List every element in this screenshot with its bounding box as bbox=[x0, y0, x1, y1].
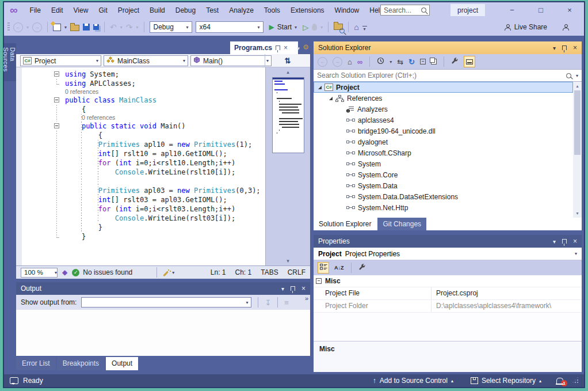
solution-home-icon[interactable]: ⌂ bbox=[354, 22, 358, 32]
hot-reload-icon[interactable] bbox=[312, 24, 317, 31]
menu-debug[interactable]: Debug bbox=[170, 2, 201, 18]
save-all-icon[interactable] bbox=[93, 24, 99, 30]
feedback-icon[interactable] bbox=[10, 377, 18, 384]
menu-tools[interactable]: Tools bbox=[259, 2, 285, 18]
tree-item-system[interactable]: System bbox=[314, 158, 573, 169]
code-line[interactable]: Console.WriteLine(rslt03[i]); bbox=[16, 214, 265, 223]
chevron-down-icon[interactable]: ▾ bbox=[172, 270, 174, 275]
split-editor-button[interactable]: ⇅ bbox=[265, 54, 310, 67]
menu-edit[interactable]: Edit bbox=[46, 2, 68, 18]
code-line[interactable]: for (int i=0;i<rslt10.Length;i++) bbox=[16, 158, 265, 168]
pending-changes-filter-icon[interactable] bbox=[377, 56, 384, 67]
navigate-back-button[interactable]: ← bbox=[13, 22, 23, 32]
scroll-down-icon[interactable]: ▾ bbox=[573, 211, 582, 216]
tree-item-system-core[interactable]: System.Core bbox=[314, 169, 573, 180]
live-share-button[interactable]: Live Share bbox=[505, 23, 547, 31]
outline-margin[interactable] bbox=[53, 122, 61, 131]
expander-icon[interactable] bbox=[318, 86, 322, 89]
menu-window[interactable]: Window bbox=[330, 2, 365, 18]
tree-item-aplclasses4[interactable]: aplclasses4 bbox=[314, 115, 573, 126]
intellicode-icon[interactable]: ◆ bbox=[62, 268, 67, 276]
property-pages-wrench-icon[interactable] bbox=[358, 263, 366, 273]
properties-wrench-icon[interactable] bbox=[451, 56, 459, 67]
window-position-icon[interactable]: ▾ bbox=[553, 238, 556, 245]
menu-git[interactable]: Git bbox=[93, 2, 112, 18]
column-indicator[interactable]: Ch: 1 bbox=[235, 268, 252, 276]
property-row-project-file[interactable]: Project FileProject.csproj bbox=[314, 287, 582, 299]
menu-test[interactable]: Test bbox=[201, 2, 224, 18]
tab-breakpoints[interactable]: Breakpoints bbox=[57, 357, 105, 370]
redo-dropdown-icon[interactable]: ▾ bbox=[136, 25, 139, 30]
categorized-view-button[interactable] bbox=[318, 262, 329, 274]
project-dropdown[interactable]: C# Project ▾ bbox=[20, 55, 101, 66]
menu-extensions[interactable]: Extensions bbox=[285, 2, 330, 18]
sign-in-user-icon[interactable] bbox=[562, 24, 569, 31]
menu-view[interactable]: View bbox=[68, 2, 94, 18]
tab-git-changes[interactable]: Git Changes bbox=[377, 218, 426, 230]
code-line[interactable]: Primitives apl10 = new Primitives(1); bbox=[16, 140, 265, 149]
undo-icon[interactable]: ↶ bbox=[110, 23, 117, 31]
toolbar-grip[interactable] bbox=[7, 22, 10, 32]
tree-item-microsoft-csharp[interactable]: Microsoft.CSharp bbox=[314, 147, 573, 158]
outline-margin[interactable] bbox=[53, 70, 61, 79]
minimize-button[interactable]: − bbox=[503, 2, 521, 18]
auto-hide-pin-icon[interactable] bbox=[291, 286, 295, 291]
refresh-icon[interactable]: ↻ bbox=[408, 58, 415, 66]
tree-item-references[interactable]: References bbox=[314, 93, 573, 104]
editor-settings-gear-icon[interactable]: ⚙ bbox=[303, 43, 309, 51]
close-button[interactable]: × bbox=[561, 2, 578, 18]
code-line[interactable] bbox=[16, 177, 265, 186]
start-debugging-button[interactable]: ▶ Start ▾ bbox=[267, 23, 300, 31]
chevron-down-icon[interactable]: ▾ bbox=[390, 59, 392, 64]
code-line[interactable]: } bbox=[16, 223, 265, 232]
solution-explorer-search-box[interactable]: Search Solution Explorer (Ctrl+;) ▾ bbox=[314, 69, 582, 82]
code-line[interactable]: using System; bbox=[16, 70, 265, 79]
properties-object-dropdown[interactable]: Project Project Properties ▾ bbox=[314, 248, 582, 260]
tab-list-dropdown-icon[interactable]: ▾ bbox=[297, 45, 300, 51]
select-repository-button[interactable]: Select Repository ▴ bbox=[471, 377, 541, 385]
preview-selected-items-button[interactable] bbox=[464, 56, 475, 67]
tree-item-dyalognet[interactable]: dyalognet bbox=[314, 136, 573, 147]
document-tab-program-cs[interactable]: Program.cs × bbox=[230, 41, 298, 54]
expander-icon[interactable] bbox=[329, 97, 333, 100]
output-source-dropdown[interactable]: ▾ bbox=[81, 297, 251, 308]
property-category-row[interactable]: Misc bbox=[314, 275, 582, 287]
sidebar-tab-data-sources[interactable]: Data Sources bbox=[4, 43, 16, 81]
menu-project[interactable]: Project bbox=[113, 2, 144, 18]
scroll-up-icon[interactable]: ▴ bbox=[573, 83, 582, 89]
save-icon[interactable] bbox=[83, 24, 90, 31]
minimap[interactable] bbox=[272, 77, 304, 153]
close-panel-icon[interactable]: × bbox=[573, 44, 577, 52]
resize-grip[interactable] bbox=[572, 378, 578, 384]
find-in-files-icon[interactable] bbox=[334, 22, 343, 32]
new-project-icon[interactable] bbox=[53, 24, 61, 31]
tree-item-project[interactable]: C#Project bbox=[314, 82, 573, 93]
solution-configuration-dropdown[interactable]: Debug ▾ bbox=[150, 21, 192, 33]
chevron-down-icon[interactable]: ▾ bbox=[576, 73, 578, 78]
issues-status-label[interactable]: No issues found bbox=[83, 268, 132, 276]
tree-item-system-net-http[interactable]: System.Net.Http bbox=[314, 202, 573, 213]
notifications-bell-icon[interactable]: 1 bbox=[556, 378, 563, 384]
navigate-back-dropdown-icon[interactable]: ▾ bbox=[26, 25, 29, 30]
close-panel-icon[interactable]: × bbox=[573, 237, 577, 245]
auto-hide-pin-icon[interactable] bbox=[562, 45, 567, 50]
codelens-label[interactable]: 0 references bbox=[82, 114, 115, 122]
code-line[interactable]: { bbox=[16, 131, 265, 140]
tab-error-list[interactable]: Error List bbox=[16, 357, 56, 370]
window-position-icon[interactable]: ▾ bbox=[553, 45, 556, 51]
tree-item-system-data-datasetextensions[interactable]: System.Data.DataSetExtensions bbox=[314, 191, 573, 202]
code-line[interactable]: Primitives apl03 = new Primitives(0,3); bbox=[16, 186, 265, 195]
class-dropdown[interactable]: MainClass ▾ bbox=[104, 55, 188, 66]
scrollbar-thumb[interactable] bbox=[574, 90, 581, 155]
tabs-indicator[interactable]: TABS bbox=[261, 268, 278, 276]
output-title-bar[interactable]: Output ▾ × bbox=[16, 282, 310, 295]
code-cleanup-icon[interactable] bbox=[162, 269, 170, 276]
auto-hide-pin-icon[interactable] bbox=[562, 239, 567, 244]
code-line[interactable]: Console.WriteLine(rslt10[i]); bbox=[16, 168, 265, 177]
toolbar-overflow-icon[interactable]: » bbox=[305, 295, 308, 302]
hot-reload-dropdown-icon[interactable]: ▾ bbox=[320, 25, 323, 30]
code-line[interactable]: for (int i=0;i<rslt03.Length;i++) bbox=[16, 204, 265, 214]
properties-title-bar[interactable]: Properties ▾ × bbox=[314, 235, 582, 248]
forward-button[interactable]: → bbox=[333, 57, 342, 67]
maximize-button[interactable]: □ bbox=[532, 2, 549, 18]
